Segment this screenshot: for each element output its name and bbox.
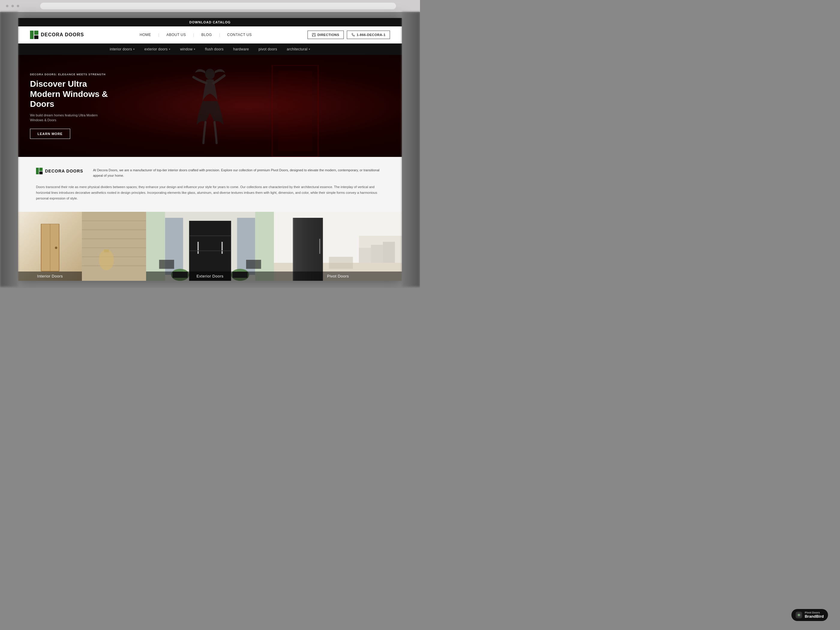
hero-content: DECORA DOORS: ELEGANCE MEETS STRENGTH Di… [18,61,120,151]
nav-architectural-label: architectural [287,47,308,51]
hero-title: Discover Ultra Modern Windows & Doors [30,79,108,109]
interior-doors-dropdown-icon: ▾ [133,48,135,51]
secondary-navigation: interior doors ▾ exterior doors ▾ window… [18,44,402,55]
chrome-dot-3 [17,5,19,7]
side-panel-right [402,12,420,287]
chrome-dot-1 [6,5,8,7]
about-logo-text: DECORA DOORS [45,169,83,174]
nav-about[interactable]: ABOUT US [166,33,186,37]
gallery-label-interior: Interior Doors [18,272,82,281]
learn-more-button[interactable]: LEARN MORE [30,129,70,139]
download-bar[interactable]: DOWNLOAD CATALOG [18,18,402,27]
interior-door-svg-1 [39,224,61,272]
pivot-scene [274,212,402,281]
directions-button[interactable]: DIRECTIONS [308,31,344,39]
about-top: DECORA DOORS At Decora Doors, we are a m… [36,168,384,178]
pivot-scene-svg [274,212,402,281]
nav-exterior-doors[interactable]: exterior doors ▾ [144,47,171,51]
exterior-scene-svg [146,212,274,281]
main-navigation: HOME | ABOUT US | BLOG | CONTACT US [140,33,252,37]
svg-rect-14 [82,212,146,281]
nav-flush-doors[interactable]: flush doors [205,47,224,51]
directions-label: DIRECTIONS [317,33,339,36]
nav-exterior-doors-label: exterior doors [144,47,168,51]
interior-door-visual-1 [39,212,61,281]
door-texture-svg [82,212,146,281]
site-header: DECORA DOORS HOME | ABOUT US | BLOG | CO… [18,27,402,44]
svg-rect-29 [221,242,223,254]
nav-contact[interactable]: CONTACT US [227,33,252,37]
gallery-strip: Interior Doors [18,212,402,281]
nav-pivot-doors-label: pivot doors [259,47,277,51]
architectural-dropdown-icon: ▾ [309,48,310,51]
svg-rect-1 [34,31,38,35]
nav-divider-3: | [219,33,220,37]
logo-icon [30,31,38,39]
gallery-item-pivot[interactable]: Pivot Doors [274,212,402,281]
svg-rect-36 [246,260,261,269]
nav-home[interactable]: HOME [140,33,151,37]
hero-subtitle: We build dream homes featuring Ultra Mod… [30,113,108,123]
nav-window[interactable]: window ▾ [180,47,195,51]
phone-button[interactable]: 1-866-DECORA-1 [347,31,390,39]
header-actions: DIRECTIONS 1-866-DECORA-1 [308,31,390,39]
map-icon [312,33,316,36]
main-site: DOWNLOAD CATALOG DECORA DOORS HOME | ABO… [18,18,402,281]
gallery-item-exterior[interactable]: Exterior Doors [146,212,274,281]
about-body-text: Doors transcend their role as mere physi… [36,184,384,201]
svg-rect-8 [39,168,43,171]
svg-rect-42 [359,248,371,263]
svg-rect-37 [159,260,174,269]
gallery-label-exterior: Exterior Doors [146,272,274,281]
browser-chrome [0,0,420,12]
svg-point-6 [205,69,215,79]
chrome-dot-2 [11,5,14,7]
svg-point-13 [55,246,57,249]
nav-divider-1: | [158,33,159,37]
download-bar-text: DOWNLOAD CATALOG [189,21,231,24]
nav-divider-2: | [193,33,194,37]
phone-label: 1-866-DECORA-1 [357,33,385,36]
exterior-doors-dropdown-icon: ▾ [169,48,171,51]
nav-hardware-label: hardware [233,47,249,51]
svg-rect-9 [39,172,43,174]
svg-rect-7 [36,168,39,174]
nav-architectural[interactable]: architectural ▾ [287,47,311,51]
svg-rect-44 [383,242,395,263]
hero-eyebrow: DECORA DOORS: ELEGANCE MEETS STRENGTH [30,73,108,76]
svg-rect-2 [34,35,38,39]
side-panel-left [0,12,18,287]
address-bar[interactable] [40,3,396,9]
nav-hardware[interactable]: hardware [233,47,249,51]
nav-interior-doors-label: interior doors [110,47,132,51]
about-section: DECORA DOORS At Decora Doors, we are a m… [18,157,402,212]
gallery-item-interior-1[interactable]: Interior Doors [18,212,82,281]
nav-pivot-doors[interactable]: pivot doors [259,47,277,51]
about-intro-text: At Decora Doors, we are a manufacturer o… [93,168,384,178]
svg-rect-43 [371,245,383,263]
hero-section: DECORA DOORS: ELEGANCE MEETS STRENGTH Di… [18,55,402,157]
about-logo-icon [36,168,43,174]
interior-door-visual-2 [82,212,146,281]
svg-point-21 [99,249,114,270]
hero-figure [186,65,234,149]
nav-flush-doors-label: flush doors [205,47,224,51]
logo-text: DECORA DOORS [41,32,84,38]
svg-rect-0 [30,31,33,39]
svg-rect-5 [278,71,313,151]
window-dropdown-icon: ▾ [194,48,195,51]
gallery-item-interior-2[interactable] [82,212,146,281]
svg-rect-22 [104,249,109,252]
svg-rect-28 [197,242,199,254]
logo-area[interactable]: DECORA DOORS [30,31,84,39]
hero-door-frame-decoration [265,65,325,157]
nav-blog[interactable]: BLOG [201,33,212,37]
nav-interior-doors[interactable]: interior doors ▾ [110,47,135,51]
phone-icon [351,33,355,36]
gallery-label-pivot: Pivot Doors [274,272,402,281]
exterior-scene [146,212,274,281]
svg-rect-49 [329,257,353,269]
nav-window-label: window [180,47,193,51]
about-logo: DECORA DOORS [36,168,84,174]
